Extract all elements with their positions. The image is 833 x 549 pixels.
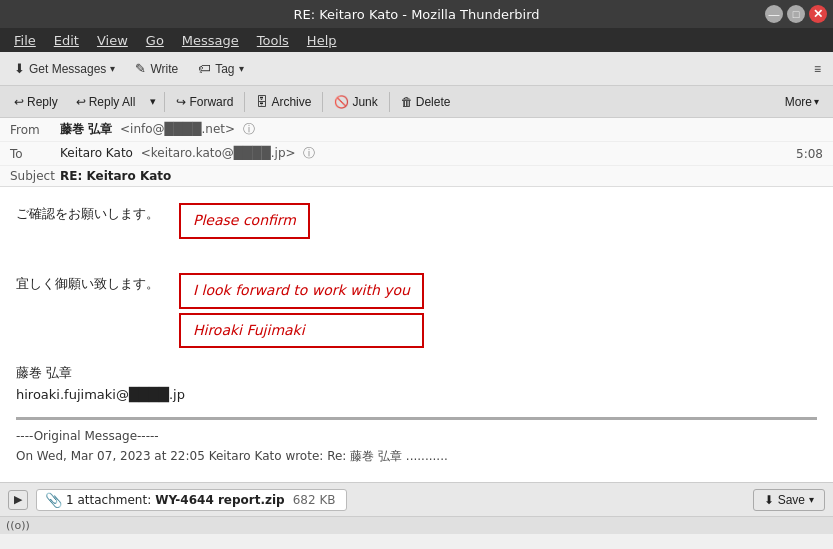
signature-email: hiroaki.fujimaki@████.jp (16, 384, 817, 406)
from-value: 藤巻 弘章 <info@████.net> ⓘ (60, 121, 823, 138)
attachment-expand-button[interactable]: ▶ (8, 490, 28, 510)
save-icon: ⬇ (764, 493, 774, 507)
to-value: Keitaro Kato <keitaro.kato@████.jp> ⓘ (60, 145, 796, 162)
hdr-separator-3 (322, 92, 323, 112)
forward-button[interactable]: ↪ Forward (168, 92, 241, 112)
message-body: ご確認をお願いします。 Please confirm 宜しく御願い致します。 I… (0, 187, 833, 482)
original-label: ----Original Message----- (16, 426, 817, 446)
maximize-button[interactable]: □ (787, 5, 805, 23)
reply-all-icon: ↩ (76, 95, 86, 109)
menu-message[interactable]: Message (174, 31, 247, 50)
delete-button[interactable]: 🗑 Delete (393, 92, 459, 112)
get-messages-button[interactable]: ⬇ Get Messages ▾ (6, 58, 123, 79)
forward-icon: ↪ (176, 95, 186, 109)
subject-label: Subject (10, 169, 60, 183)
reply-all-arrow-button[interactable]: ▾ (145, 92, 161, 111)
delete-icon: 🗑 (401, 95, 413, 109)
body-spacer (16, 247, 817, 271)
archive-button[interactable]: 🗄 Archive (248, 92, 319, 112)
signature-name: 藤巻 弘章 (16, 362, 817, 384)
reply-icon: ↩ (14, 95, 24, 109)
tag-button[interactable]: 🏷 Tag ▾ (190, 58, 251, 79)
hdr-separator-4 (389, 92, 390, 112)
main-toolbar: ⬇ Get Messages ▾ ✎ Write 🏷 Tag ▾ ≡ (0, 52, 833, 86)
tag-arrow-icon: ▾ (239, 63, 244, 74)
tag-icon: 🏷 (198, 61, 211, 76)
archive-icon: 🗄 (256, 95, 268, 109)
menu-file[interactable]: File (6, 31, 44, 50)
status-text: ((o)) (6, 519, 30, 532)
save-arrow-icon: ▾ (809, 494, 814, 505)
header-toolbar: ↩ Reply ↩ Reply All ▾ ↪ Forward 🗄 Archiv… (0, 86, 833, 118)
original-message-area: ----Original Message----- On Wed, Mar 07… (16, 417, 817, 467)
from-label: From (10, 123, 60, 137)
to-label: To (10, 147, 60, 161)
reply-all-button[interactable]: ↩ Reply All (68, 92, 144, 112)
message-time: 5:08 (796, 147, 823, 161)
menubar: File Edit View Go Message Tools Help (0, 28, 833, 52)
message-header: ↩ Reply ↩ Reply All ▾ ↪ Forward 🗄 Archiv… (0, 86, 833, 187)
get-messages-icon: ⬇ (14, 61, 25, 76)
get-messages-arrow-icon: ▾ (110, 63, 115, 74)
attachment-info: 📎 1 attachment: WY-4644 report.zip 682 K… (36, 489, 347, 511)
translation-box-1: Please confirm (179, 203, 310, 239)
to-info-icon[interactable]: ⓘ (303, 146, 315, 160)
translation-box-3: Hiroaki Fujimaki (179, 313, 424, 349)
from-name: 藤巻 弘章 (60, 122, 112, 136)
japanese-text-1: ご確認をお願いします。 (16, 203, 159, 225)
write-icon: ✎ (135, 61, 146, 76)
to-row: To Keitaro Kato <keitaro.kato@████.jp> ⓘ… (0, 142, 833, 166)
attachment-size: 682 KB (293, 493, 336, 507)
minimize-button[interactable]: — (765, 5, 783, 23)
subject-row: Subject RE: Keitaro Kato (0, 166, 833, 186)
menu-tools[interactable]: Tools (249, 31, 297, 50)
hdr-separator-1 (164, 92, 165, 112)
attachment-bar: ▶ 📎 1 attachment: WY-4644 report.zip 682… (0, 482, 833, 516)
from-email: <info@████.net> (120, 122, 235, 136)
to-name: Keitaro Kato (60, 146, 133, 160)
reply-button[interactable]: ↩ Reply (6, 92, 66, 112)
window-controls: — □ ✕ (765, 5, 827, 23)
attachment-icon: 📎 (45, 492, 62, 508)
menu-view[interactable]: View (89, 31, 136, 50)
translation-box-2: I look forward to work with you (179, 273, 424, 309)
titlebar: RE: Keitaro Kato - Mozilla Thunderbird —… (0, 0, 833, 28)
subject-value: RE: Keitaro Kato (60, 169, 171, 183)
to-email: <keitaro.kato@████.jp> (141, 146, 296, 160)
hdr-separator-2 (244, 92, 245, 112)
menu-edit[interactable]: Edit (46, 31, 87, 50)
junk-button[interactable]: 🚫 Junk (326, 92, 385, 112)
window-title: RE: Keitaro Kato - Mozilla Thunderbird (293, 7, 539, 22)
toolbar-menu-button[interactable]: ≡ (808, 59, 827, 79)
attachment-count: 1 attachment: (66, 493, 151, 507)
close-button[interactable]: ✕ (809, 5, 827, 23)
japanese-text-2: 宜しく御願い致します。 (16, 273, 159, 295)
translation-boxes: I look forward to work with you Hiroaki … (179, 273, 424, 349)
from-row: From 藤巻 弘章 <info@████.net> ⓘ (0, 118, 833, 142)
more-button[interactable]: More ▾ (777, 92, 827, 112)
write-button[interactable]: ✎ Write (127, 58, 186, 79)
more-arrow-icon: ▾ (814, 96, 819, 107)
statusbar: ((o)) (0, 516, 833, 534)
junk-icon: 🚫 (334, 95, 349, 109)
translation-row-1: ご確認をお願いします。 Please confirm (16, 203, 817, 239)
attachment-filename: WY-4644 report.zip (155, 493, 285, 507)
signature-area: 藤巻 弘章 hiroaki.fujimaki@████.jp (16, 362, 817, 406)
original-body: On Wed, Mar 07, 2023 at 22:05 Keitaro Ka… (16, 446, 817, 466)
menu-help[interactable]: Help (299, 31, 345, 50)
menu-go[interactable]: Go (138, 31, 172, 50)
from-info-icon[interactable]: ⓘ (243, 122, 255, 136)
save-button[interactable]: ⬇ Save ▾ (753, 489, 825, 511)
translation-row-2: 宜しく御願い致します。 I look forward to work with … (16, 273, 817, 349)
